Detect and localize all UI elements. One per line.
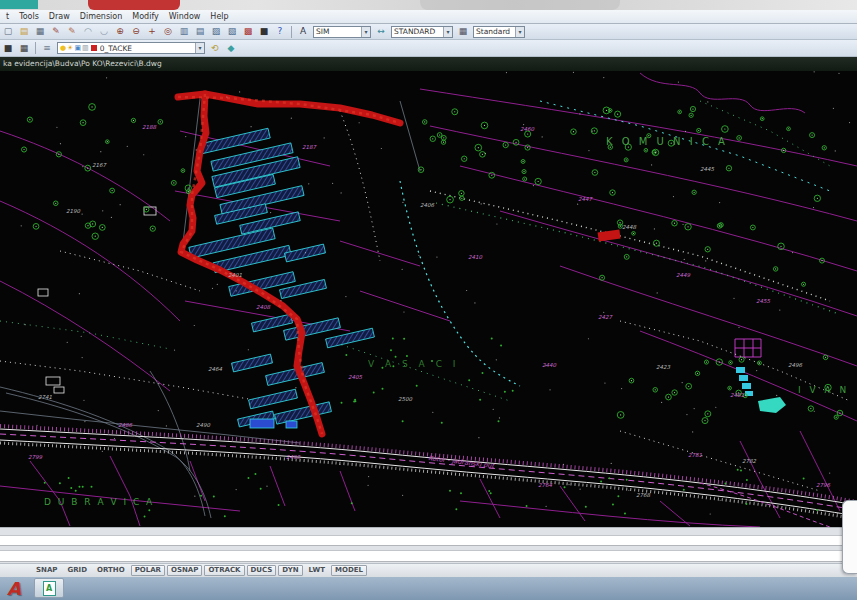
text-style-icon[interactable]: A <box>296 25 310 38</box>
menu-item-tools[interactable]: Tools <box>14 10 44 23</box>
tree-dot <box>390 349 392 351</box>
parcel-number: 2405 <box>348 374 362 380</box>
menu-item-draw[interactable]: Draw <box>44 10 75 23</box>
command-input-row[interactable] <box>0 550 857 562</box>
status-toggle-lwt[interactable]: LWT <box>305 565 329 576</box>
drawing-title-bar[interactable]: ka evidencija\Budva\Po KO\Rezevici\B.dwg <box>0 57 857 71</box>
parcel-number: 2187 <box>302 144 317 150</box>
orbit-icon[interactable]: ◎ <box>161 25 175 38</box>
parcel-number: 2167 <box>92 162 107 168</box>
layer-color-swatch[interactable] <box>91 45 97 51</box>
arc-icon[interactable]: ◠ <box>81 25 95 38</box>
tree-dot <box>479 399 481 401</box>
menu-item-help[interactable]: Help <box>205 10 233 23</box>
menu-item-modify[interactable]: Modify <box>127 10 164 23</box>
red-logo-fragment <box>88 0 180 10</box>
tree-dot <box>490 492 492 494</box>
parcel-number: 2447 <box>578 196 593 202</box>
text-style-combo[interactable]: SIM ▾ <box>313 26 371 38</box>
layer-dialog-icon[interactable]: ▤ <box>193 25 207 38</box>
model-icon[interactable]: ■ <box>1 42 15 55</box>
pencil-icon[interactable]: ✎ <box>49 25 63 38</box>
arc2-icon[interactable]: ◡ <box>97 25 111 38</box>
gray-fragment <box>420 0 620 10</box>
tree-dot <box>600 481 602 483</box>
qnew-icon[interactable]: ▢ <box>1 25 15 38</box>
tree-dot <box>460 492 462 494</box>
chevron-down-icon[interactable]: ▾ <box>443 27 452 37</box>
table-style-combo[interactable]: Standard ▾ <box>473 26 525 38</box>
parcel-number: 2781 <box>688 452 702 458</box>
parcel-number: 2448 <box>622 224 636 230</box>
tree-dot <box>354 399 356 401</box>
tree-dot <box>260 488 262 490</box>
status-toggle-polar[interactable]: POLAR <box>131 565 165 576</box>
parcel-number: 2500 <box>398 396 412 402</box>
table-style-icon[interactable]: ▦ <box>456 25 470 38</box>
command-line-area[interactable] <box>0 527 857 563</box>
status-toggle-snap[interactable]: SNAP <box>32 565 61 576</box>
blockeditor-icon[interactable]: ■ <box>257 25 271 38</box>
autocad-logo-icon[interactable]: A <box>7 578 21 599</box>
tree-dot <box>351 502 353 504</box>
tree-dot <box>82 486 84 488</box>
layer-previous-icon[interactable]: ⟲ <box>208 42 222 55</box>
layer-on-icon[interactable]: ● <box>60 43 66 53</box>
chevron-down-icon[interactable]: ▾ <box>361 27 370 37</box>
dim-style-icon[interactable]: ↔ <box>374 25 388 38</box>
status-toggle-grid[interactable]: GRID <box>63 565 91 576</box>
status-toggle-osnap[interactable]: OSNAP <box>167 565 202 576</box>
parcel-number: 2481 <box>730 392 744 398</box>
status-toggle-model[interactable]: MODEL <box>331 565 367 576</box>
status-toggle-dyn[interactable]: DYN <box>278 565 302 576</box>
dbconnect-icon[interactable]: ▨ <box>209 25 223 38</box>
paper-icon[interactable]: ▦ <box>17 42 31 55</box>
zoom-window-icon[interactable]: ⊕ <box>113 25 127 38</box>
layer-combo[interactable]: ●☀▣▥ 0_TACKE ▾ <box>57 42 205 54</box>
parcel-number: 2423 <box>656 364 670 370</box>
parcel-number: 2741 <box>38 394 52 400</box>
layer-thaw-icon[interactable]: ☀ <box>67 43 73 53</box>
floating-panel-edge[interactable] <box>842 500 857 574</box>
markup-icon[interactable]: ▩ <box>241 25 255 38</box>
menu-item-t[interactable]: t <box>1 10 14 23</box>
layer-unlock-icon[interactable]: ▣ <box>74 43 81 53</box>
tree-dot <box>59 482 61 484</box>
status-toggle-ortho[interactable]: ORTHO <box>93 565 129 576</box>
toolpalette-icon[interactable]: ▧ <box>225 25 239 38</box>
help-icon[interactable]: ? <box>273 25 287 38</box>
zoom-out-icon[interactable]: ⊖ <box>129 25 143 38</box>
status-toggle-ducs[interactable]: DUCS <box>247 565 277 576</box>
text-style-value: SIM <box>316 27 329 36</box>
save-icon[interactable]: ▦ <box>33 25 47 38</box>
layer-plot-icon[interactable]: ▥ <box>82 43 89 53</box>
make-current-icon[interactable]: ◆ <box>224 42 238 55</box>
tree-dot <box>564 486 566 488</box>
tree-dot <box>406 355 408 357</box>
dim-style-combo[interactable]: STANDARD ▾ <box>391 26 453 38</box>
drawing-canvas[interactable]: K O M U N I C AV A S A C ID U B R A V I … <box>0 71 857 527</box>
menu-item-dimension[interactable]: Dimension <box>75 10 128 23</box>
toolbar-separator <box>291 26 292 38</box>
chevron-down-icon[interactable]: ▾ <box>195 43 204 53</box>
tree-dot <box>500 344 502 346</box>
tree-dot <box>345 354 347 356</box>
tree-dot <box>341 402 343 404</box>
pan-icon[interactable]: + <box>145 25 159 38</box>
tree-dot <box>612 504 614 506</box>
layer-manager-icon[interactable]: ≡ <box>40 42 54 55</box>
tree-dot <box>44 482 46 484</box>
tree-dot <box>504 391 506 393</box>
status-toggle-otrack[interactable]: OTRACK <box>204 565 244 576</box>
pencil2-icon[interactable]: ✎ <box>65 25 79 38</box>
menu-item-window[interactable]: Window <box>164 10 206 23</box>
area-label: K O M U N I C A <box>606 136 728 147</box>
properties-icon[interactable]: ▥ <box>177 25 191 38</box>
command-line-row[interactable] <box>0 535 857 546</box>
taskbar-app-button[interactable]: A <box>34 578 64 598</box>
chevron-down-icon[interactable]: ▾ <box>515 27 524 37</box>
tree-dot <box>468 379 470 381</box>
open-icon[interactable]: ▤ <box>17 25 31 38</box>
tree-dot <box>455 508 457 510</box>
tree-dot <box>395 356 397 358</box>
